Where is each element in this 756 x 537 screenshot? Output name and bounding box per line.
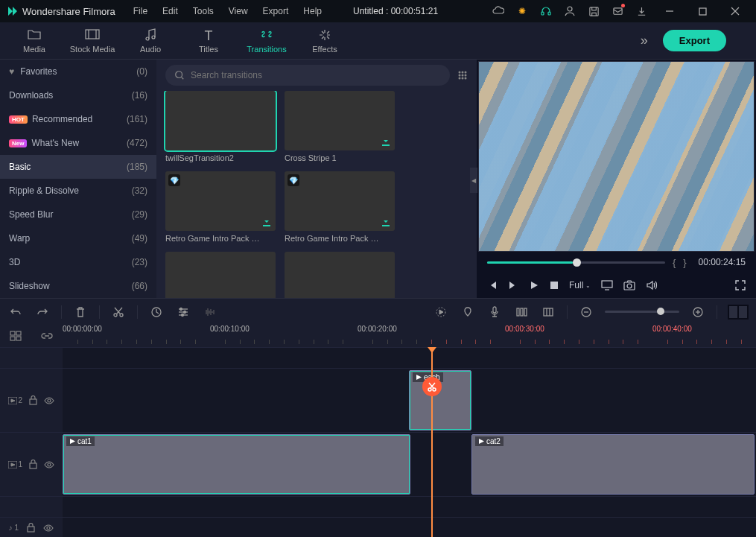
split-view-button[interactable] <box>728 305 749 320</box>
mixer-button[interactable] <box>513 304 530 320</box>
adjust-button[interactable] <box>175 304 191 320</box>
eye-icon[interactable] <box>44 461 54 468</box>
menu-help[interactable]: Help <box>297 3 328 19</box>
fullscreen-icon[interactable] <box>735 280 746 290</box>
menu-edit[interactable]: Edit <box>156 3 184 19</box>
ruler-tick: 00:00:40:00 <box>652 325 692 333</box>
cut-button[interactable] <box>110 304 127 320</box>
tab-effects[interactable]: Effects <box>298 23 352 59</box>
speed-button[interactable] <box>148 304 165 320</box>
transition-thumb[interactable]: twillSegTransition2 <box>165 91 276 162</box>
lock-icon[interactable] <box>27 523 35 533</box>
timeline-ruler[interactable]: 00:00:00:0000:00:10:0000:00:20:0000:00:3… <box>63 325 756 347</box>
sidebar-item-downloads[interactable]: Downloads(16) <box>0 83 156 107</box>
transition-thumb[interactable]: Cross Stripe 1 <box>285 91 395 162</box>
split-button[interactable] <box>422 377 442 396</box>
search-input[interactable] <box>191 70 441 80</box>
zoom-slider[interactable] <box>605 311 679 313</box>
maximize-button[interactable] <box>687 0 717 22</box>
preview-viewport[interactable] <box>478 61 755 252</box>
tab-audio[interactable]: Audio <box>124 23 177 59</box>
account-icon[interactable] <box>559 1 580 22</box>
lock-icon[interactable] <box>29 395 37 405</box>
quality-dropdown[interactable]: Full ⌄ <box>569 280 591 290</box>
titlebar: Wondershare Filmora File Edit Tools View… <box>0 0 756 22</box>
preview-timecode: 00:00:24:15 <box>699 257 746 267</box>
transition-thumb[interactable] <box>165 252 276 298</box>
stop-button[interactable] <box>550 281 559 290</box>
mark-out-icon[interactable]: } <box>683 257 686 268</box>
mark-in-icon[interactable]: { <box>673 257 676 268</box>
more-tabs-icon[interactable]: » <box>630 33 658 48</box>
timeline-tracks-icon[interactable] <box>10 331 22 341</box>
transition-thumb[interactable]: 💎Retro Game Intro Pack … <box>285 171 395 243</box>
lock-icon[interactable] <box>29 460 37 469</box>
minimize-button[interactable] <box>655 0 684 22</box>
messages-icon[interactable] <box>607 1 628 22</box>
redo-button[interactable] <box>34 304 51 320</box>
transition-thumb[interactable] <box>285 252 395 298</box>
sidebar-item-label: Favorites <box>20 66 136 77</box>
marker-button[interactable] <box>460 304 476 320</box>
tab-media[interactable]: Media <box>7 23 61 59</box>
menu-tools[interactable]: Tools <box>187 3 220 19</box>
track-type-icon: 2 <box>8 396 23 404</box>
theme-icon[interactable]: ✺ <box>512 1 533 22</box>
export-button[interactable]: Export <box>663 30 726 51</box>
preview-scrubber[interactable] <box>487 261 665 264</box>
delete-button[interactable] <box>72 304 89 320</box>
sidebar-item-warp[interactable]: Warp(49) <box>0 226 156 250</box>
sidebar-item-ripple-dissolve[interactable]: Ripple & Dissolve(32) <box>0 179 156 203</box>
audio-wave-button[interactable] <box>202 304 218 320</box>
grid-view-icon[interactable] <box>457 70 468 80</box>
crop-button[interactable] <box>540 304 556 320</box>
eye-icon[interactable] <box>44 397 54 404</box>
voiceover-button[interactable] <box>486 304 503 320</box>
menu-export[interactable]: Export <box>257 3 295 19</box>
timeline-clip[interactable]: each <box>409 370 471 430</box>
close-button[interactable] <box>720 0 750 22</box>
zoom-in-button[interactable] <box>690 304 706 320</box>
snapshot-icon[interactable] <box>623 280 635 290</box>
cloud-icon[interactable] <box>488 1 509 22</box>
render-button[interactable] <box>433 304 449 320</box>
sidebar-item-speed-blur[interactable]: Speed Blur(29) <box>0 203 156 226</box>
sidebar-item-count: (472) <box>127 138 147 148</box>
svg-point-37 <box>184 311 186 313</box>
sidebar-item-3d[interactable]: 3D(23) <box>0 250 156 274</box>
search-input-wrapper[interactable] <box>165 65 450 86</box>
volume-icon[interactable] <box>646 280 658 290</box>
tab-transitions[interactable]: Transitions <box>240 23 293 59</box>
clip-label: cat2 <box>475 436 504 446</box>
premium-icon: 💎 <box>288 174 299 186</box>
timeline-link-icon[interactable] <box>41 331 53 341</box>
headphones-icon[interactable] <box>536 1 556 22</box>
tab-titles[interactable]: TTitles <box>182 23 235 59</box>
play-button[interactable] <box>529 280 539 290</box>
playhead[interactable] <box>431 347 433 537</box>
zoom-out-button[interactable] <box>578 304 594 320</box>
svg-rect-52 <box>544 308 553 316</box>
svg-rect-70 <box>28 527 34 532</box>
prev-frame-button[interactable] <box>487 280 498 290</box>
download-icon[interactable] <box>631 1 652 22</box>
next-frame-button[interactable] <box>508 280 518 290</box>
collapse-panel-icon[interactable]: ◀ <box>470 168 477 193</box>
save-icon[interactable] <box>583 1 604 22</box>
undo-button[interactable] <box>7 304 24 320</box>
tab-stock-media[interactable]: Stock Media <box>66 23 119 59</box>
sidebar-item-favorites[interactable]: ♥Favorites(0) <box>0 60 156 83</box>
sidebar-item-what-s-new[interactable]: NewWhat's New(472) <box>0 131 156 155</box>
sidebar-item-basic[interactable]: Basic(185) <box>0 155 156 179</box>
transition-thumb[interactable]: 💎Retro Game Intro Pack … <box>165 171 276 243</box>
menu-view[interactable]: View <box>223 3 254 19</box>
sidebar-item-slideshow[interactable]: Slideshow(66) <box>0 274 156 298</box>
timeline-clip[interactable]: cat1 <box>63 434 410 495</box>
display-icon[interactable] <box>601 280 613 290</box>
sidebar-item-count: (16) <box>132 90 147 101</box>
sidebar-item-recommended[interactable]: HOTRecommended(161) <box>0 107 156 131</box>
menu-file[interactable]: File <box>127 3 153 19</box>
eye-icon[interactable] <box>43 524 54 532</box>
timeline-clip[interactable]: cat2 <box>471 434 755 495</box>
thumb-caption: Retro Game Intro Pack … <box>285 234 395 243</box>
